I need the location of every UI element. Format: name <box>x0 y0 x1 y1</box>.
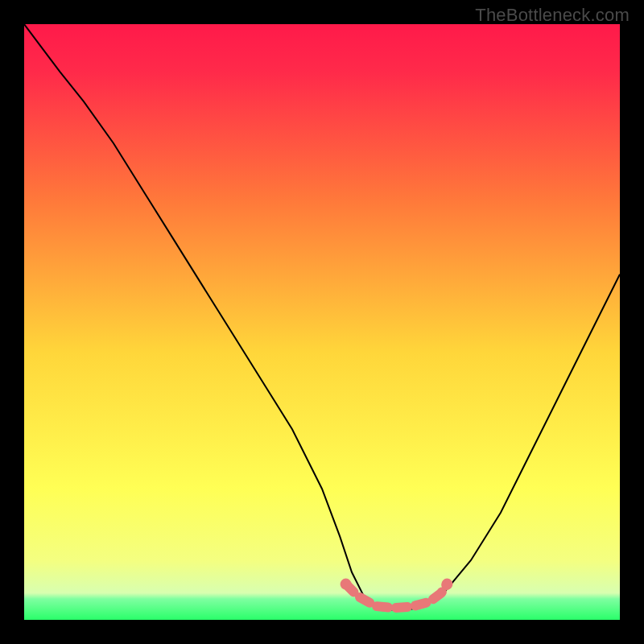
watermark-text: TheBottleneck.com <box>475 5 630 26</box>
gradient-background <box>24 24 620 620</box>
bottleneck-chart <box>24 24 620 620</box>
highlight-marker-dot <box>441 579 452 590</box>
highlight-marker-dot <box>341 579 352 590</box>
chart-container: TheBottleneck.com <box>0 0 644 644</box>
